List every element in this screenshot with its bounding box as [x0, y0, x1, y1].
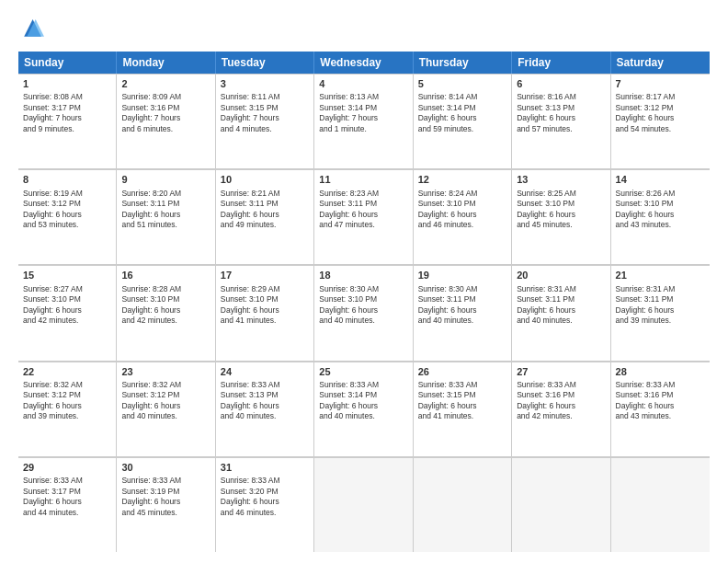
day-number: 20: [517, 269, 605, 282]
day-cell-18: 18Sunrise: 8:30 AMSunset: 3:10 PMDayligh…: [314, 265, 413, 360]
day-cell-27: 27Sunrise: 8:33 AMSunset: 3:16 PMDayligh…: [512, 362, 610, 456]
day-cell-21: 21Sunrise: 8:31 AMSunset: 3:11 PMDayligh…: [611, 265, 710, 360]
day-number: 28: [616, 365, 705, 379]
cell-info: Sunrise: 8:19 AMSunset: 3:12 PMDaylight:…: [23, 189, 111, 231]
day-cell-11: 11Sunrise: 8:23 AMSunset: 3:11 PMDayligh…: [314, 169, 413, 264]
day-number: 6: [517, 77, 605, 91]
day-number: 27: [517, 365, 605, 379]
cell-info: Sunrise: 8:31 AMSunset: 3:11 PMDaylight:…: [517, 284, 605, 327]
cell-info: Sunrise: 8:27 AMSunset: 3:10 PMDaylight:…: [23, 284, 111, 327]
cell-info: Sunrise: 8:16 AMSunset: 3:13 PMDaylight:…: [517, 92, 605, 134]
day-number: 16: [121, 269, 210, 282]
cell-info: Sunrise: 8:30 AMSunset: 3:11 PMDaylight:…: [418, 284, 506, 327]
day-header-friday: Friday: [512, 52, 610, 74]
cell-info: Sunrise: 8:11 AMSunset: 3:15 PMDaylight:…: [221, 92, 309, 134]
cell-info: Sunrise: 8:33 AMSunset: 3:16 PMDaylight:…: [517, 380, 605, 422]
day-cell-9: 9Sunrise: 8:20 AMSunset: 3:11 PMDaylight…: [117, 169, 215, 264]
day-cell-30: 30Sunrise: 8:33 AMSunset: 3:19 PMDayligh…: [117, 457, 215, 552]
header: [18, 17, 710, 42]
cell-info: Sunrise: 8:21 AMSunset: 3:11 PMDaylight:…: [221, 189, 309, 231]
day-cell-3: 3Sunrise: 8:11 AMSunset: 3:15 PMDaylight…: [216, 74, 314, 168]
day-cell-28: 28Sunrise: 8:33 AMSunset: 3:16 PMDayligh…: [611, 362, 710, 456]
cell-info: Sunrise: 8:29 AMSunset: 3:10 PMDaylight:…: [221, 284, 309, 327]
calendar-week-3: 15Sunrise: 8:27 AMSunset: 3:10 PMDayligh…: [18, 265, 710, 361]
day-number: 30: [121, 461, 210, 475]
empty-cell: [414, 457, 512, 552]
day-cell-31: 31Sunrise: 8:33 AMSunset: 3:20 PMDayligh…: [216, 457, 314, 552]
cell-info: Sunrise: 8:31 AMSunset: 3:11 PMDaylight:…: [616, 284, 705, 327]
cell-info: Sunrise: 8:24 AMSunset: 3:10 PMDaylight:…: [418, 189, 506, 231]
calendar: SundayMondayTuesdayWednesdayThursdayFrid…: [18, 52, 710, 552]
day-number: 13: [517, 173, 605, 187]
day-header-tuesday: Tuesday: [216, 52, 314, 74]
calendar-week-1: 1Sunrise: 8:08 AMSunset: 3:17 PMDaylight…: [18, 74, 710, 169]
day-header-thursday: Thursday: [414, 52, 512, 74]
day-header-wednesday: Wednesday: [314, 52, 413, 74]
calendar-week-4: 22Sunrise: 8:32 AMSunset: 3:12 PMDayligh…: [18, 362, 710, 457]
day-cell-4: 4Sunrise: 8:13 AMSunset: 3:14 PMDaylight…: [314, 74, 413, 168]
day-number: 17: [221, 269, 309, 282]
day-number: 2: [121, 77, 210, 91]
cell-info: Sunrise: 8:14 AMSunset: 3:14 PMDaylight:…: [418, 92, 506, 134]
calendar-header: SundayMondayTuesdayWednesdayThursdayFrid…: [18, 52, 710, 74]
day-number: 18: [319, 269, 407, 282]
day-cell-29: 29Sunrise: 8:33 AMSunset: 3:17 PMDayligh…: [18, 457, 117, 552]
calendar-week-2: 8Sunrise: 8:19 AMSunset: 3:12 PMDaylight…: [18, 169, 710, 265]
cell-info: Sunrise: 8:23 AMSunset: 3:11 PMDaylight:…: [319, 189, 407, 231]
day-number: 5: [418, 77, 506, 91]
calendar-body: 1Sunrise: 8:08 AMSunset: 3:17 PMDaylight…: [18, 74, 710, 552]
day-number: 8: [23, 173, 111, 187]
cell-info: Sunrise: 8:30 AMSunset: 3:10 PMDaylight:…: [319, 284, 407, 327]
day-cell-8: 8Sunrise: 8:19 AMSunset: 3:12 PMDaylight…: [18, 169, 117, 264]
logo: [18, 17, 48, 42]
day-number: 3: [221, 77, 309, 91]
day-number: 26: [418, 365, 506, 379]
cell-info: Sunrise: 8:33 AMSunset: 3:16 PMDaylight:…: [616, 380, 705, 422]
day-number: 15: [23, 269, 111, 282]
empty-cell: [512, 457, 610, 552]
cell-info: Sunrise: 8:28 AMSunset: 3:10 PMDaylight:…: [121, 284, 210, 327]
day-cell-15: 15Sunrise: 8:27 AMSunset: 3:10 PMDayligh…: [18, 265, 117, 360]
day-number: 4: [319, 77, 407, 91]
day-number: 31: [221, 461, 309, 475]
page: SundayMondayTuesdayWednesdayThursdayFrid…: [0, 0, 728, 563]
day-number: 1: [23, 77, 111, 91]
cell-info: Sunrise: 8:09 AMSunset: 3:16 PMDaylight:…: [121, 92, 210, 134]
cell-info: Sunrise: 8:33 AMSunset: 3:14 PMDaylight:…: [319, 380, 407, 422]
day-header-saturday: Saturday: [611, 52, 710, 74]
day-cell-7: 7Sunrise: 8:17 AMSunset: 3:12 PMDaylight…: [611, 74, 710, 168]
cell-info: Sunrise: 8:33 AMSunset: 3:19 PMDaylight:…: [121, 476, 210, 518]
cell-info: Sunrise: 8:33 AMSunset: 3:13 PMDaylight:…: [221, 380, 309, 422]
day-cell-25: 25Sunrise: 8:33 AMSunset: 3:14 PMDayligh…: [314, 362, 413, 456]
day-cell-14: 14Sunrise: 8:26 AMSunset: 3:10 PMDayligh…: [611, 169, 710, 264]
day-header-monday: Monday: [117, 52, 215, 74]
day-cell-26: 26Sunrise: 8:33 AMSunset: 3:15 PMDayligh…: [414, 362, 512, 456]
empty-cell: [611, 457, 710, 552]
day-number: 9: [121, 173, 210, 187]
cell-info: Sunrise: 8:26 AMSunset: 3:10 PMDaylight:…: [616, 189, 705, 231]
day-number: 21: [616, 269, 705, 282]
cell-info: Sunrise: 8:25 AMSunset: 3:10 PMDaylight:…: [517, 189, 605, 231]
day-number: 29: [23, 461, 111, 475]
cell-info: Sunrise: 8:32 AMSunset: 3:12 PMDaylight:…: [121, 380, 210, 422]
cell-info: Sunrise: 8:33 AMSunset: 3:20 PMDaylight:…: [221, 476, 309, 518]
day-cell-19: 19Sunrise: 8:30 AMSunset: 3:11 PMDayligh…: [414, 265, 512, 360]
day-cell-17: 17Sunrise: 8:29 AMSunset: 3:10 PMDayligh…: [216, 265, 314, 360]
day-number: 24: [221, 365, 309, 379]
cell-info: Sunrise: 8:32 AMSunset: 3:12 PMDaylight:…: [23, 380, 111, 422]
day-cell-16: 16Sunrise: 8:28 AMSunset: 3:10 PMDayligh…: [117, 265, 215, 360]
day-cell-5: 5Sunrise: 8:14 AMSunset: 3:14 PMDaylight…: [414, 74, 512, 168]
day-cell-23: 23Sunrise: 8:32 AMSunset: 3:12 PMDayligh…: [117, 362, 215, 456]
day-number: 25: [319, 365, 407, 379]
day-cell-10: 10Sunrise: 8:21 AMSunset: 3:11 PMDayligh…: [216, 169, 314, 264]
cell-info: Sunrise: 8:08 AMSunset: 3:17 PMDaylight:…: [23, 92, 111, 134]
day-number: 10: [221, 173, 309, 187]
day-number: 22: [23, 365, 111, 379]
cell-info: Sunrise: 8:33 AMSunset: 3:15 PMDaylight:…: [418, 380, 506, 422]
day-cell-2: 2Sunrise: 8:09 AMSunset: 3:16 PMDaylight…: [117, 74, 215, 168]
day-number: 23: [121, 365, 210, 379]
day-header-sunday: Sunday: [18, 52, 117, 74]
day-cell-22: 22Sunrise: 8:32 AMSunset: 3:12 PMDayligh…: [18, 362, 117, 456]
logo-icon: [18, 17, 44, 42]
cell-info: Sunrise: 8:20 AMSunset: 3:11 PMDaylight:…: [121, 189, 210, 231]
